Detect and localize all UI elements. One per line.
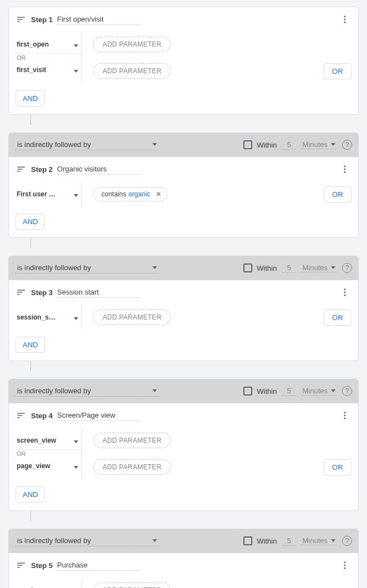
- or-button[interactable]: OR: [324, 63, 351, 79]
- chevron-down-icon: [74, 466, 78, 469]
- dimension-select[interactable]: purchase: [16, 581, 81, 588]
- chevron-down-icon: [331, 539, 335, 542]
- add-parameter-button[interactable]: ADD PARAMETER: [93, 63, 171, 79]
- step-header: Step 5 Purchase: [9, 553, 358, 574]
- step-number: Step 5: [31, 561, 53, 570]
- step-number: Step 4: [31, 412, 53, 420]
- connector-line: [30, 361, 31, 371]
- chevron-down-icon: [74, 70, 78, 73]
- or-button[interactable]: OR: [324, 459, 351, 475]
- within-unit-select[interactable]: Minutes: [301, 140, 337, 149]
- svg-point-1: [344, 19, 346, 21]
- step-header: Step 1 First open/visit: [9, 7, 358, 28]
- chevron-down-icon: [331, 389, 335, 392]
- within-unit-select[interactable]: Minutes: [301, 536, 337, 545]
- add-parameter-button[interactable]: ADD PARAMETER: [93, 433, 171, 448]
- chevron-down-icon: [331, 266, 335, 269]
- dimension-select[interactable]: First user …: [16, 185, 81, 204]
- help-icon[interactable]: ?: [342, 140, 352, 150]
- within-value-input[interactable]: [282, 386, 295, 396]
- more-menu-icon[interactable]: [338, 409, 351, 422]
- within-unit-select[interactable]: Minutes: [301, 263, 337, 272]
- within-value-input[interactable]: [282, 140, 295, 150]
- within-checkbox[interactable]: [243, 536, 252, 545]
- step-title-input[interactable]: Organic visitors: [57, 164, 140, 175]
- parameter-chip[interactable]: contains organic ✕: [93, 187, 167, 201]
- within-value-input[interactable]: [282, 263, 295, 273]
- sort-icon[interactable]: [16, 14, 27, 25]
- followed-by-bar: is indirectly followed by Within Minutes…: [8, 133, 359, 157]
- step-title-input[interactable]: Session start: [57, 287, 140, 298]
- within-unit-select[interactable]: Minutes: [301, 387, 337, 396]
- more-menu-icon[interactable]: [338, 13, 351, 26]
- sort-icon[interactable]: [16, 560, 27, 571]
- step-title-input[interactable]: First open/visit: [57, 14, 140, 25]
- within-checkbox[interactable]: [243, 263, 252, 272]
- step-header: Step 4 Screen/Page view: [9, 403, 358, 424]
- followed-by-bar: is indirectly followed by Within Minutes…: [8, 379, 359, 403]
- within-label: Within: [257, 387, 277, 396]
- chevron-down-icon: [331, 143, 335, 146]
- svg-point-4: [344, 169, 346, 170]
- or-button[interactable]: OR: [324, 186, 351, 202]
- dimension-name: First user …: [16, 190, 55, 198]
- and-button[interactable]: AND: [16, 214, 45, 230]
- followed-by-select[interactable]: is indirectly followed by: [15, 535, 159, 546]
- within-value-input[interactable]: [282, 536, 295, 546]
- add-parameter-button[interactable]: ADD PARAMETER: [93, 459, 171, 475]
- chevron-down-icon: [74, 44, 78, 47]
- followed-by-label: is indirectly followed by: [17, 387, 91, 395]
- step-number: Step 2: [31, 165, 53, 174]
- dimension-name: first_open: [16, 40, 49, 48]
- or-button[interactable]: OR: [324, 310, 351, 326]
- and-button[interactable]: AND: [16, 486, 45, 503]
- add-parameter-button[interactable]: ADD PARAMETER: [93, 582, 171, 588]
- dimension-select[interactable]: first_visit: [16, 60, 81, 79]
- svg-point-5: [344, 171, 346, 173]
- and-button[interactable]: AND: [16, 90, 45, 107]
- within-checkbox[interactable]: [243, 140, 252, 149]
- more-menu-icon[interactable]: [338, 163, 351, 176]
- dimension-name: screen_view: [16, 437, 56, 444]
- followed-by-select[interactable]: is indirectly followed by: [15, 386, 159, 397]
- help-icon[interactable]: ?: [342, 386, 352, 396]
- dimension-name: page_view: [16, 462, 50, 470]
- more-menu-icon[interactable]: [338, 559, 351, 572]
- dimension-name: session_st…: [16, 313, 58, 321]
- chevron-down-icon: [74, 194, 78, 197]
- followed-by-select[interactable]: is indirectly followed by: [15, 262, 159, 273]
- svg-point-9: [344, 412, 346, 413]
- connector-line: [30, 511, 31, 521]
- svg-point-12: [344, 561, 346, 563]
- dimension-select[interactable]: screen_view: [16, 431, 81, 450]
- chevron-down-icon: [152, 539, 157, 542]
- remove-icon[interactable]: ✕: [156, 190, 161, 198]
- sort-icon[interactable]: [16, 287, 27, 298]
- step-card: Step 3 Session start session_st… ADD PAR…: [8, 280, 359, 361]
- help-icon[interactable]: ?: [342, 263, 352, 273]
- svg-point-14: [344, 567, 346, 569]
- svg-point-0: [344, 16, 346, 17]
- dimension-select[interactable]: session_st…: [16, 308, 81, 327]
- more-menu-icon[interactable]: [338, 286, 351, 299]
- within-label: Within: [257, 141, 277, 149]
- help-icon[interactable]: ?: [342, 536, 352, 546]
- step-number: Step 3: [31, 288, 53, 297]
- sort-icon[interactable]: [16, 164, 27, 175]
- within-checkbox[interactable]: [243, 387, 252, 396]
- add-parameter-button[interactable]: ADD PARAMETER: [93, 310, 171, 325]
- connector-line: [30, 238, 31, 248]
- svg-point-11: [344, 418, 346, 419]
- step-card: Step 5 Purchase purchase OR in_app_pur… …: [8, 553, 359, 588]
- sort-icon[interactable]: [16, 410, 27, 421]
- step-title-input[interactable]: Screen/Page view: [57, 410, 140, 421]
- add-parameter-button[interactable]: ADD PARAMETER: [93, 37, 171, 52]
- step-card: Step 4 Screen/Page view screen_view OR p…: [8, 403, 359, 511]
- and-button[interactable]: AND: [16, 337, 45, 353]
- chevron-down-icon: [152, 389, 157, 392]
- followed-by-select[interactable]: is indirectly followed by: [15, 139, 159, 150]
- step-title-input[interactable]: Purchase: [57, 560, 140, 571]
- svg-point-3: [344, 165, 346, 167]
- dimension-select[interactable]: page_view: [16, 457, 81, 475]
- dimension-select[interactable]: first_open: [16, 35, 81, 54]
